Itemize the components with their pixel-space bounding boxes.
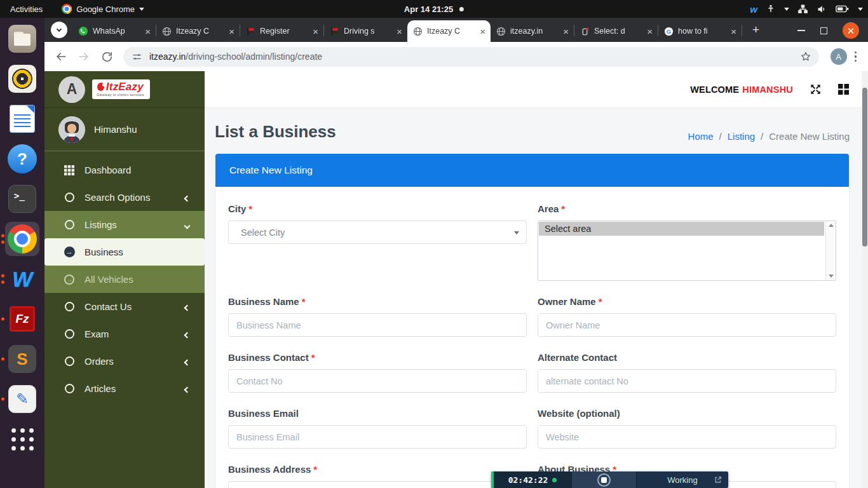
dock-app-grid-button[interactable] xyxy=(5,422,39,456)
back-button[interactable] xyxy=(52,48,70,65)
sidebar-item-listings[interactable]: Listings xyxy=(44,211,205,238)
business-contact-input[interactable] xyxy=(228,369,527,393)
alternate-contact-input[interactable] xyxy=(538,369,836,393)
tab-whatsapp[interactable]: WhatsAp × xyxy=(72,20,156,42)
time-tracker-widget: 02:42:22 Working xyxy=(491,471,728,488)
welcome-name: HIMANSHU xyxy=(742,85,793,95)
close-icon[interactable]: × xyxy=(479,27,486,36)
accessibility-icon[interactable] xyxy=(766,4,776,14)
breadcrumb-home-link[interactable]: Home xyxy=(688,131,714,142)
browser-menu-button[interactable] xyxy=(853,51,862,62)
owner-name-input[interactable] xyxy=(538,313,836,337)
clock[interactable]: Apr 14 21:25 xyxy=(404,4,464,14)
area-option[interactable]: Select area xyxy=(539,222,824,236)
close-icon[interactable]: × xyxy=(312,27,319,36)
business-contact-label: Business Contact* xyxy=(228,352,527,363)
tab-driving[interactable]: Driving s × xyxy=(324,20,407,42)
dock-chrome-button[interactable] xyxy=(5,222,39,256)
sidebar-item-dashboard[interactable]: Dashboard xyxy=(44,156,205,184)
restore-button[interactable] xyxy=(820,27,827,34)
minimize-button[interactable] xyxy=(797,30,805,31)
sidebar-item-search-options[interactable]: Search Options xyxy=(44,184,205,211)
new-tab-button[interactable]: + xyxy=(749,23,763,37)
volume-icon[interactable] xyxy=(817,4,827,15)
sidebar-item-exam[interactable]: Exam xyxy=(44,320,205,348)
page-scrollbar[interactable] xyxy=(862,71,868,488)
network-icon[interactable] xyxy=(797,4,808,15)
dock-filezilla-button[interactable]: Fz xyxy=(5,302,39,336)
arrow-circle-icon: → xyxy=(64,274,75,285)
fullscreen-icon[interactable] xyxy=(810,83,822,95)
tab-howto[interactable]: G how to fi × xyxy=(658,20,742,42)
url-text[interactable]: itzeazy.in/driving-school/admin/listing/… xyxy=(149,51,793,62)
whatsapp-favicon-icon xyxy=(78,26,88,36)
system-tray[interactable]: w xyxy=(750,0,863,18)
tab-select[interactable]: Select: d × xyxy=(574,20,658,42)
close-icon[interactable]: × xyxy=(562,27,569,36)
circle-icon xyxy=(64,220,75,229)
dock-sublime-button[interactable]: S xyxy=(5,342,39,376)
close-icon[interactable]: × xyxy=(646,27,653,36)
dock-writer-button[interactable] xyxy=(5,102,39,136)
tab-itzeazy-in[interactable]: itzeazy.in × xyxy=(491,20,574,42)
sidebar-item-articles[interactable]: Articles xyxy=(44,375,205,402)
tab-itzeazy-active[interactable]: Itzeazy C × xyxy=(407,20,491,42)
tab-register[interactable]: Register × xyxy=(240,20,323,42)
listbox-scrollbar[interactable] xyxy=(825,221,836,280)
window-close-button[interactable]: ✕ xyxy=(843,22,859,39)
dock-rhythmbox-button[interactable] xyxy=(5,62,39,96)
breadcrumb-current: Create New Listing xyxy=(769,131,850,142)
app-menu[interactable]: Google Chrome xyxy=(62,4,144,14)
sidebar-item-all-vehicles[interactable]: → All Vehicles xyxy=(44,266,205,293)
dashboard-grid-icon xyxy=(64,165,75,175)
chevron-down-icon xyxy=(784,8,789,11)
card-body: City* Select City Area* Select area xyxy=(215,187,849,488)
dock-terminal-button[interactable]: >_ xyxy=(5,182,39,216)
bookmark-star-icon[interactable] xyxy=(800,51,811,62)
address-bar[interactable]: itzeazy.in/driving-school/admin/listing/… xyxy=(123,47,819,67)
scroll-up-icon[interactable] xyxy=(829,224,834,227)
forward-button[interactable] xyxy=(75,48,93,65)
close-icon[interactable]: × xyxy=(228,27,235,36)
stop-section xyxy=(571,471,636,488)
field-business-contact: Business Contact* xyxy=(228,342,527,398)
sidebar-item-business[interactable]: → Business xyxy=(44,238,205,266)
site-settings-icon[interactable] xyxy=(132,51,142,62)
dock-help-button[interactable]: ? xyxy=(5,142,39,176)
brand-logo[interactable]: ItzEazy Gateway to citizen services xyxy=(92,79,150,99)
breadcrumb-listing-link[interactable]: Listing xyxy=(728,131,755,142)
chevron-left-icon xyxy=(185,356,189,367)
tab-itzeazy-1[interactable]: Itzeazy C × xyxy=(156,20,240,42)
required-marker: * xyxy=(313,464,317,475)
area-listbox[interactable]: Select area xyxy=(538,220,836,281)
dock-files-button[interactable] xyxy=(5,22,39,56)
stop-button[interactable] xyxy=(597,473,611,487)
battery-icon[interactable] xyxy=(836,4,850,13)
apps-grid-icon[interactable] xyxy=(838,84,849,95)
field-area: Area* Select area xyxy=(538,193,836,286)
dock-texteditor-button[interactable]: ✎ xyxy=(5,382,39,416)
business-address-textarea[interactable] xyxy=(228,481,527,488)
sidebar-item-orders[interactable]: Orders xyxy=(44,348,205,375)
close-icon[interactable]: × xyxy=(396,27,403,36)
owner-name-label: Owner Name* xyxy=(538,296,836,307)
city-select[interactable]: Select City xyxy=(228,220,527,244)
dock-whatsapp-button[interactable]: W xyxy=(5,262,39,296)
website-input[interactable] xyxy=(538,425,836,449)
business-email-input[interactable] xyxy=(228,425,527,449)
business-name-input[interactable] xyxy=(228,313,527,337)
chevron-left-icon xyxy=(185,192,189,203)
activities-button[interactable]: Activities xyxy=(10,4,43,14)
tab-search-button[interactable] xyxy=(51,22,67,38)
app-logo-row: A ItzEazy Gateway to citizen services xyxy=(44,71,205,108)
close-icon[interactable]: × xyxy=(144,27,151,36)
sidebar-item-contact-us[interactable]: Contact Us xyxy=(44,293,205,320)
scrollbar-thumb[interactable] xyxy=(862,88,867,247)
external-link-icon[interactable] xyxy=(714,475,722,484)
whatsapp-tray-icon[interactable]: w xyxy=(750,4,757,15)
profile-avatar[interactable]: A xyxy=(831,48,847,65)
close-icon[interactable]: × xyxy=(730,27,737,36)
reload-button[interactable] xyxy=(98,48,116,65)
app-header: WELCOMEHIMANSHU xyxy=(205,71,868,108)
scroll-down-icon[interactable] xyxy=(829,274,834,278)
